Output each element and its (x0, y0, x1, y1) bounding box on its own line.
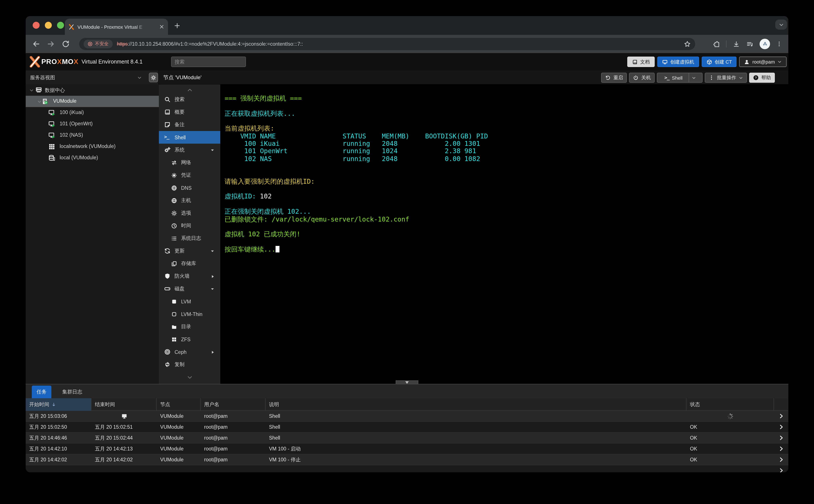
nav-item-系统[interactable]: 系统 (159, 144, 220, 156)
tree-item-localnetwork (VUModule)[interactable]: localnetwork (VUModule) (26, 141, 159, 152)
shell-split-button[interactable]: >_Shell (657, 73, 703, 83)
back-button[interactable] (32, 40, 40, 48)
nav-item-主机[interactable]: 主机 (159, 194, 220, 207)
nav-item-搜索[interactable]: 搜索 (159, 93, 220, 106)
extensions-icon[interactable] (713, 40, 720, 48)
column-header-结束时间[interactable]: 结束时间 (91, 398, 157, 411)
tree-item-101 (OpenWrt)[interactable]: 101 (OpenWrt) (26, 118, 159, 130)
tree-item-local (VUModule)[interactable]: local (VUModule) (26, 152, 159, 164)
shutdown-button[interactable]: 关机 (629, 73, 655, 83)
book-icon (632, 59, 637, 65)
search-input[interactable] (171, 57, 246, 67)
downloads-icon[interactable] (733, 40, 740, 48)
task-row[interactable]: 五月 20 15:02:50五月 20 15:02:51VUModuleroot… (26, 422, 788, 433)
column-header-状态[interactable]: 状态 (686, 398, 774, 411)
tab-cluster-log[interactable]: 集群日志 (57, 386, 87, 398)
url-bar[interactable]: 不安全 https://10.10.10.254:8006/#v1:0:=nod… (79, 38, 695, 50)
tab-search-button[interactable] (775, 20, 787, 30)
maximize-window-button[interactable] (57, 22, 64, 29)
nav-item-复制[interactable]: 复制 (159, 358, 220, 371)
create-vm-button[interactable]: 创建虚拟机 (657, 57, 699, 67)
console-icon[interactable] (121, 413, 127, 419)
nav-item-概要[interactable]: 概要 (159, 106, 220, 118)
terminal-line: === 强制关闭虚拟机 === (225, 95, 788, 102)
tab-close-icon[interactable] (159, 24, 165, 30)
new-tab-button[interactable] (174, 22, 181, 29)
terminal-line (225, 118, 788, 125)
server-view-selector[interactable]: 服务器视图 (26, 71, 159, 84)
tree-expander-icon[interactable] (29, 88, 34, 93)
column-header-开始时间[interactable]: 开始时间 (26, 398, 91, 411)
forward-button[interactable] (47, 40, 55, 48)
close-window-button[interactable] (33, 22, 40, 29)
chevron-right-icon[interactable] (779, 435, 784, 440)
nav-item-系统日志[interactable]: 系统日志 (159, 232, 220, 245)
nav-item-label: 防火墙 (175, 273, 190, 279)
task-end-time: 五月 20 15:02:51 (91, 422, 157, 432)
nav-item-LVM-Thin[interactable]: LVM-Thin (159, 308, 220, 320)
nav-item-ZFS[interactable]: ZFS (159, 333, 220, 346)
nav-item-更新[interactable]: 更新 (159, 245, 220, 257)
chevron-right-icon[interactable] (779, 424, 784, 430)
nav-item-Ceph[interactable]: Ceph (159, 346, 220, 358)
tree-settings-button[interactable] (149, 73, 158, 82)
bulk-actions-button[interactable]: 批量操作 (705, 73, 747, 83)
nav-scroll-up-icon[interactable] (159, 87, 220, 93)
tab-tasks[interactable]: 任务 (32, 386, 51, 398)
bookmark-star-icon[interactable] (684, 40, 691, 47)
nav-item-label: 网络 (181, 159, 191, 166)
chevron-right-icon[interactable] (779, 457, 784, 462)
spinner-icon (727, 413, 733, 419)
column-header-节点[interactable]: 节点 (157, 398, 201, 411)
create-ct-button[interactable]: 创建 CT (701, 57, 737, 67)
column-header-说明[interactable]: 说明 (266, 398, 686, 411)
panel-collapse-handle[interactable] (396, 380, 418, 384)
column-header-label: 节点 (160, 401, 170, 408)
task-row[interactable]: 五月 20 14:42:02五月 20 14:42:02VUModuleroot… (26, 454, 788, 465)
task-node: VUModule (157, 444, 201, 454)
nav-item-选项[interactable]: 选项 (159, 207, 220, 219)
tree-item-数据中心[interactable]: 数据中心 (26, 84, 159, 96)
security-label: 不安全 (95, 41, 109, 47)
nav-item-时间[interactable]: 时间 (159, 219, 220, 232)
user-menu-button[interactable]: root@pam (739, 57, 787, 67)
svg-text:?: ? (755, 76, 757, 79)
tree-item-102 (NAS)[interactable]: 102 (NAS) (26, 130, 159, 141)
nav-item-备注[interactable]: 备注 (159, 118, 220, 131)
nav-item-存储库[interactable]: 存储库 (159, 257, 220, 270)
chevron-right-icon[interactable] (779, 468, 784, 472)
minimize-window-button[interactable] (45, 22, 52, 29)
browser-menu-icon[interactable] (776, 41, 782, 47)
task-row[interactable]: 五月 20 14:46:46五月 20 15:02:44VUModuleroot… (26, 433, 788, 444)
reload-button[interactable] (61, 40, 70, 48)
column-header-用户名[interactable]: 用户名 (201, 398, 266, 411)
reboot-button[interactable]: 重启 (601, 73, 627, 83)
nav-item-LVM[interactable]: LVM (159, 295, 220, 308)
shell-terminal[interactable]: === 强制关闭虚拟机 ===正在获取虚拟机列表...当前虚拟机列表: VMID… (220, 84, 788, 384)
task-row[interactable]: 五月 20 15:03:06VUModuleroot@pamShell (26, 411, 788, 422)
chevron-down-icon (739, 76, 743, 80)
browser-tab[interactable]: VUModule - Proxmox Virtual E (65, 19, 168, 35)
task-row-partial[interactable] (26, 465, 788, 472)
documentation-button[interactable]: 文档 (627, 57, 654, 67)
nav-item-凭证[interactable]: 凭证 (159, 169, 220, 181)
task-row[interactable]: 五月 20 14:42:10五月 20 14:42:13VUModuleroot… (26, 444, 788, 454)
nav-item-Shell[interactable]: >_Shell (159, 131, 220, 144)
media-controls-icon[interactable] (746, 40, 753, 48)
nav-item-网络[interactable]: 网络 (159, 156, 220, 169)
security-chip[interactable]: 不安全 (84, 40, 113, 48)
tree-expander-icon[interactable] (37, 99, 42, 104)
nav-item-DNS[interactable]: DNS (159, 181, 220, 194)
nav-item-磁盘[interactable]: 磁盘 (159, 282, 220, 295)
chevron-right-icon[interactable] (779, 413, 784, 419)
tree-item-VUModule[interactable]: VUModule (26, 96, 159, 107)
profile-avatar[interactable] (760, 39, 770, 49)
terminal-line: 按回车键继续... (225, 246, 788, 254)
tree-item-label: local (VUModule) (60, 155, 98, 160)
tree-item-100 (iKuai)[interactable]: 100 (iKuai) (26, 107, 159, 118)
chevron-right-icon[interactable] (779, 446, 784, 451)
help-button[interactable]: ? 帮助 (749, 73, 775, 83)
nav-item-目录[interactable]: 目录 (159, 320, 220, 333)
nav-scroll-down-icon[interactable] (159, 374, 220, 380)
nav-item-防火墙[interactable]: 防火墙 (159, 270, 220, 282)
